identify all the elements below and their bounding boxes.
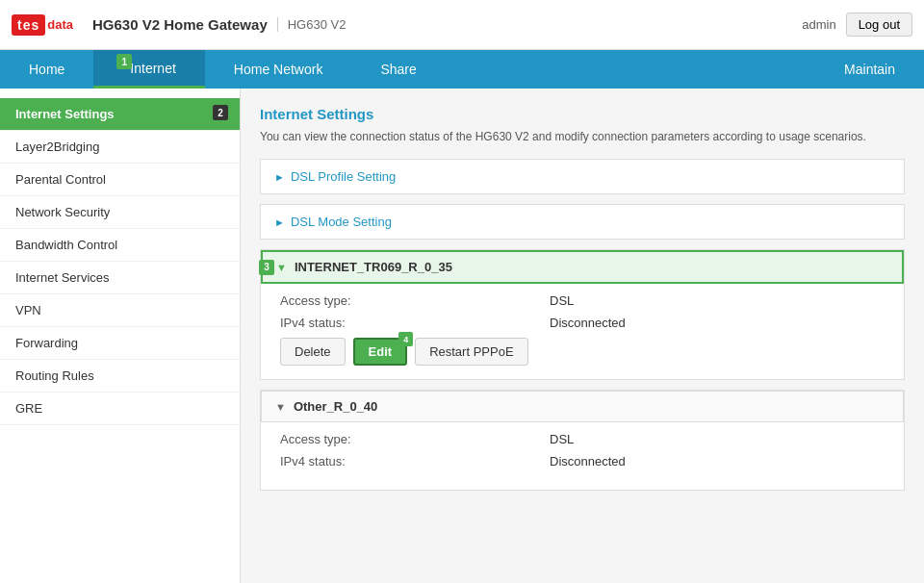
connection-1-details: Access type: DSL IPv4 status: Disconnect… — [261, 284, 904, 379]
ipv4-status-row-1: IPv4 status: Disconnected — [280, 316, 885, 330]
content-area: Internet Settings You can view the conne… — [241, 89, 924, 583]
connection-2-name: Other_R_0_40 — [294, 399, 377, 414]
device-subtitle: HG630 V2 — [277, 17, 346, 32]
ipv4-status-value-1: Disconnected — [550, 316, 626, 330]
connection-1-badge: 3 — [259, 260, 274, 275]
logo-data: data — [47, 17, 73, 32]
sidebar-item-internet-settings[interactable]: Internet Settings 2 — [0, 98, 240, 131]
nav-home[interactable]: Home — [0, 50, 93, 89]
sidebar-item-vpn[interactable]: VPN — [0, 294, 240, 327]
dsl-mode-setting-bar[interactable]: ► DSL Mode Setting — [260, 204, 905, 240]
dsl-profile-label: DSL Profile Setting — [291, 169, 396, 184]
ipv4-status-label-2: IPv4 status: — [280, 454, 550, 469]
access-type-label-1: Access type: — [280, 293, 550, 308]
sidebar-item-gre[interactable]: GRE — [0, 393, 240, 425]
ipv4-status-label-1: IPv4 status: — [280, 316, 550, 330]
device-title: HG630 V2 Home Gateway — [92, 16, 268, 33]
nav-share[interactable]: Share — [351, 50, 445, 89]
nav-home-network[interactable]: Home Network — [205, 50, 352, 89]
connection-1-buttons: Delete 4 Edit Restart PPPoE — [280, 338, 885, 366]
connection-1-arrow-icon: ▼ — [276, 262, 287, 273]
sidebar-item-internet-services[interactable]: Internet Services — [0, 262, 240, 294]
app-header: tes data HG630 V2 Home Gateway HG630 V2 … — [0, 0, 924, 50]
sidebar-item-network-security[interactable]: Network Security — [0, 196, 240, 229]
access-type-label-2: Access type: — [280, 432, 550, 446]
dsl-mode-label: DSL Mode Setting — [291, 215, 392, 229]
delete-button-1[interactable]: Delete — [280, 338, 346, 366]
dsl-profile-setting-bar[interactable]: ► DSL Profile Setting — [260, 159, 905, 194]
dsl-profile-arrow-icon: ► — [274, 171, 285, 183]
sidebar-item-parental-control[interactable]: Parental Control — [0, 164, 240, 196]
ipv4-status-row-2: IPv4 status: Disconnected — [280, 454, 885, 469]
sidebar: Internet Settings 2 Layer2Bridging Paren… — [0, 89, 241, 583]
connection-2-details: Access type: DSL IPv4 status: Disconnect… — [261, 422, 904, 490]
connection-block-2: ▼ Other_R_0_40 Access type: DSL IPv4 sta… — [260, 390, 905, 491]
edit-button-1[interactable]: 4 Edit — [353, 338, 408, 366]
logout-button[interactable]: Log out — [846, 13, 912, 37]
connection-header-1[interactable]: 3 ▼ INTERNET_TR069_R_0_35 — [261, 250, 904, 284]
sidebar-item-routing-rules[interactable]: Routing Rules — [0, 360, 240, 393]
connection-1-name: INTERNET_TR069_R_0_35 — [295, 260, 452, 274]
header-right: admin Log out — [802, 13, 912, 37]
connection-block-1: 3 ▼ INTERNET_TR069_R_0_35 Access type: D… — [260, 249, 905, 380]
sidebar-badge-internet-settings: 2 — [213, 105, 228, 120]
main-content: Internet Settings 2 Layer2Bridging Paren… — [0, 89, 924, 583]
nav-internet-badge: 1 — [116, 54, 132, 69]
connection-header-2[interactable]: ▼ Other_R_0_40 — [261, 391, 904, 422]
content-title: Internet Settings — [260, 106, 905, 122]
nav-maintain[interactable]: Maintain — [815, 50, 924, 89]
ipv4-status-value-2: Disconnected — [550, 454, 626, 469]
dsl-mode-arrow-icon: ► — [274, 216, 285, 228]
access-type-row-2: Access type: DSL — [280, 432, 885, 446]
sidebar-item-layer2bridging[interactable]: Layer2Bridging — [0, 131, 240, 164]
admin-label: admin — [802, 17, 835, 32]
content-description: You can view the connection status of th… — [260, 130, 905, 143]
connection-2-arrow-icon: ▼ — [275, 401, 286, 413]
nav-internet[interactable]: 1 Internet — [93, 50, 204, 89]
navigation-bar: Home 1 Internet Home Network Share Maint… — [0, 50, 924, 89]
sidebar-item-bandwidth-control[interactable]: Bandwidth Control — [0, 229, 240, 262]
logo: tes data — [12, 14, 73, 36]
restart-pppoe-button-1[interactable]: Restart PPPoE — [415, 338, 527, 366]
sidebar-item-forwarding[interactable]: Forwarding — [0, 327, 240, 360]
edit-button-badge: 4 — [398, 332, 413, 346]
access-type-value-1: DSL — [550, 293, 574, 308]
access-type-value-2: DSL — [550, 432, 574, 446]
access-type-row-1: Access type: DSL — [280, 293, 885, 308]
logo-brand: tes — [12, 14, 45, 36]
